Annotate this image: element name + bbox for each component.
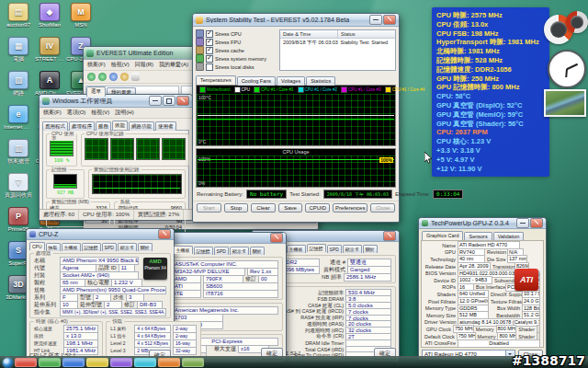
menu-item[interactable]: 檢視(V) (91, 109, 109, 117)
taskman-tab[interactable]: 使用者 (155, 121, 176, 131)
checkbox[interactable] (206, 55, 213, 63)
legend-item[interactable]: CPU #1 / Core #4 (385, 86, 425, 93)
stability-titlebar[interactable]: System Stability Test - EVEREST v5.02.17… (193, 14, 399, 27)
menu-item[interactable]: 檔案(F) (87, 61, 106, 69)
desktop-icon[interactable]: IV STREET FIGHTER IV (35, 37, 64, 62)
checkbox[interactable] (206, 63, 213, 71)
photo-gadget[interactable] (544, 89, 586, 117)
start-button[interactable] (3, 358, 13, 368)
desktop-icon[interactable]: e Internet Explorer (4, 105, 33, 130)
stress-checkbox-row[interactable]: Stress system memory (196, 54, 277, 63)
taskman-tab[interactable]: 應用程式 (42, 121, 68, 131)
stability-tab[interactable]: Cooling Fans (237, 76, 276, 86)
taskbar-button[interactable] (110, 358, 132, 367)
desktop-icon[interactable]: ▽ 資源回收筒 (4, 173, 33, 198)
taskbar-button[interactable] (62, 358, 85, 367)
legend-item[interactable]: CPU #1 / Core #2 (298, 86, 338, 93)
stability-tab[interactable]: Statistics (306, 76, 335, 86)
up-icon[interactable] (109, 73, 118, 81)
minimize-icon[interactable] (516, 218, 529, 228)
gauge-gadget[interactable] (566, 11, 588, 33)
clock-gadget[interactable] (548, 50, 586, 88)
cpuz-tab[interactable]: 顯示卡 (343, 245, 362, 253)
cpuz-tab[interactable]: SPD (327, 245, 342, 253)
gpuz-titlebar[interactable]: TechPowerUp GPU-Z 0.3.4 (419, 218, 546, 229)
forward-icon[interactable] (98, 73, 107, 81)
checkbox[interactable] (206, 30, 213, 38)
gpuz-tab[interactable]: Graphics Card (422, 231, 463, 240)
stability-button[interactable]: Close (370, 203, 395, 213)
taskbar-button[interactable] (39, 358, 61, 367)
cpuz-tab[interactable]: 主機板 (174, 246, 193, 254)
taskbar-button[interactable] (134, 358, 156, 367)
checkbox[interactable] (206, 47, 213, 54)
close-icon[interactable] (270, 233, 283, 243)
cpuz-tab[interactable]: 關於 (138, 243, 153, 251)
taskbar-button[interactable] (15, 358, 37, 367)
taskman-tab[interactable]: 網路功能 (129, 121, 154, 131)
cpuz-tab[interactable]: 關於 (250, 247, 265, 255)
desktop-icon[interactable]: ▧ 網路 (4, 71, 33, 96)
taskman-titlebar[interactable]: Windows 工作管理員 (40, 95, 192, 108)
stability-button[interactable]: CPUID (305, 203, 330, 213)
stability-button[interactable]: Stop (224, 203, 249, 213)
cpuz-tab[interactable]: 關於 (363, 245, 378, 253)
desktop-icon[interactable]: M MSN (66, 3, 96, 28)
cpuz-tab[interactable]: 記憶體 (194, 247, 213, 255)
cpuz-titlebar[interactable]: CPU-Z (27, 229, 174, 240)
taskbar-button[interactable] (182, 358, 204, 367)
menu-item[interactable]: 我的最愛(A) (159, 61, 188, 69)
log-header[interactable]: Date & Time (280, 30, 338, 38)
menu-item[interactable]: 檢視(V) (111, 61, 130, 69)
close-icon[interactable] (530, 218, 543, 228)
menu-item[interactable]: 回報(R) (135, 61, 153, 69)
checkbox[interactable] (206, 39, 213, 46)
taskman-tab[interactable]: 效能 (112, 121, 128, 130)
close-icon[interactable] (383, 231, 396, 241)
desktop-icon[interactable]: ▥ 檔案總管 (4, 139, 33, 164)
minimize-icon[interactable] (149, 96, 162, 106)
stability-button[interactable]: Clear (251, 203, 276, 213)
cpuz-tab[interactable]: CPU (29, 242, 45, 250)
stability-tab[interactable]: Temperatures (196, 75, 236, 85)
legend-item[interactable]: CPU #1 / Core #3 (341, 86, 381, 93)
desktop-icon[interactable]: ▤ auction97 (4, 3, 33, 28)
refresh-icon[interactable] (120, 73, 129, 81)
cpuz-tab[interactable]: 顯示卡 (230, 247, 249, 255)
desktop-icon[interactable]: A AMD OverDrive (35, 71, 64, 96)
legend-item[interactable]: CPU (234, 86, 251, 93)
menu-item[interactable]: 檔案(F) (43, 109, 62, 117)
menu-item[interactable]: 說明(H) (115, 109, 133, 117)
cpuz-tab[interactable]: 主機板 (62, 243, 81, 251)
cpuz-tab[interactable]: SPD (214, 247, 229, 255)
taskbar-button[interactable] (86, 358, 108, 367)
everest-pane-tab[interactable]: 選單 (86, 86, 106, 97)
report-icon[interactable] (131, 73, 140, 81)
cpuz-tab[interactable]: 顯示卡 (118, 243, 137, 251)
legend-item[interactable]: Motherboard (199, 86, 231, 93)
close-icon[interactable] (176, 96, 189, 106)
cpuz-tab[interactable]: SPD (102, 243, 117, 251)
stability-button[interactable]: Save (278, 203, 303, 213)
cpuz-tab[interactable]: 記憶體 (307, 244, 326, 252)
desktop-icon[interactable]: ▦ 電腦 (4, 37, 33, 62)
taskman-tab[interactable]: 處理程序 (69, 121, 95, 131)
legend-item[interactable]: CPU #1 / Core #1 (254, 86, 294, 93)
close-icon[interactable] (158, 229, 171, 239)
desktop-icon[interactable]: ◆ ShutMan (35, 3, 64, 28)
stability-button[interactable]: Preferences (333, 203, 368, 213)
back-icon[interactable] (87, 73, 96, 81)
minimize-icon[interactable] (369, 15, 382, 25)
maximize-icon[interactable] (163, 96, 175, 106)
stability-button[interactable]: Start (197, 203, 221, 213)
stress-checkbox-row[interactable]: Stress local disks (196, 63, 277, 71)
cpuz-tab[interactable]: 主機板 (287, 245, 306, 253)
taskbar-button[interactable] (158, 358, 180, 367)
cpuz-tab[interactable]: 記憶體 (82, 243, 101, 251)
close-icon[interactable] (383, 15, 396, 25)
taskman-tab[interactable]: 服務 (96, 121, 111, 131)
log-header[interactable]: Status (338, 30, 395, 38)
stability-tabs: TemperaturesCooling FansVoltagesStatisti… (193, 74, 399, 85)
menu-item[interactable]: 選項(O) (67, 109, 86, 117)
stability-tab[interactable]: Voltages (277, 76, 305, 86)
